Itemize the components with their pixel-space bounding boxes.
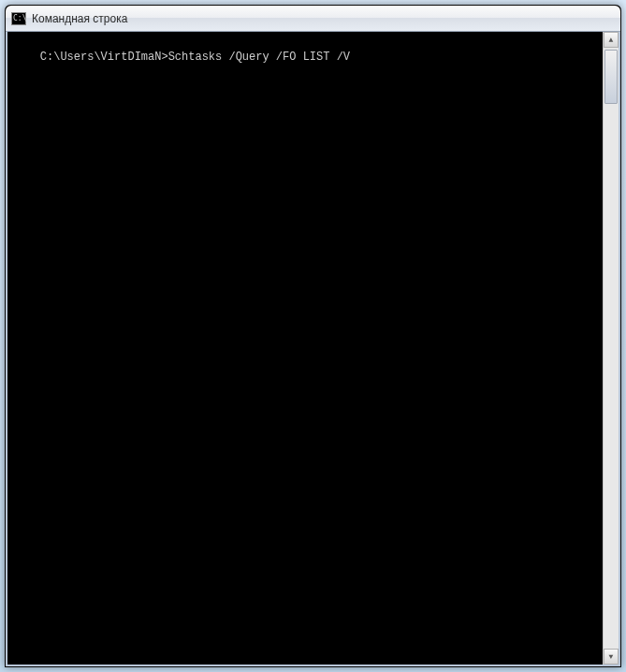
console-area[interactable]: C:\Users\VirtDImaN>Schtasks /Query /FO L… <box>6 32 620 666</box>
command-prompt-window: C:\ Командная строка C:\Users\VirtDImaN>… <box>5 5 621 667</box>
scroll-thumb[interactable] <box>604 50 618 104</box>
output-rows: Папка: \ Имя узла: VIRTDIMAN$ Имя задачи… <box>13 64 617 666</box>
scroll-track[interactable] <box>604 48 619 649</box>
command-prompt-line: C:\Users\VirtDImaN>Schtasks /Query /FO L… <box>40 51 350 64</box>
cmd-icon: C:\ <box>11 12 26 25</box>
scroll-up-button[interactable]: ▲ <box>604 32 619 48</box>
scroll-down-button[interactable]: ▼ <box>604 649 619 665</box>
titlebar[interactable]: C:\ Командная строка <box>6 6 620 32</box>
vertical-scrollbar[interactable]: ▲ ▼ <box>603 32 619 665</box>
window-title: Командная строка <box>32 12 127 25</box>
